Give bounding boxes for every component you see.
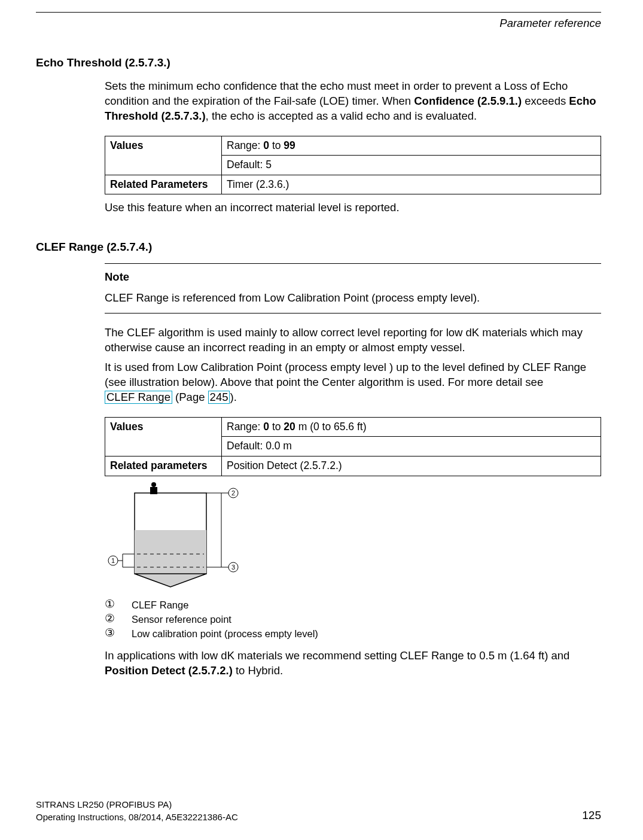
note-block: Note CLEF Range is referenced from Low C… — [105, 263, 601, 314]
legend-row-3: ③Low calibration point (process empty le… — [105, 627, 601, 640]
table-row: Related parameters Position Detect (2.5.… — [105, 456, 601, 476]
text: Range: — [227, 421, 263, 433]
para-clef-usage: It is used from Low Calibration Point (p… — [105, 360, 601, 405]
link-page-245[interactable]: 245 — [208, 391, 230, 404]
para-echo-threshold-desc: Sets the minimum echo confidence that th… — [105, 79, 601, 124]
svg-point-6 — [151, 482, 156, 487]
ref-confidence: Confidence (2.5.9.1.) — [414, 95, 522, 107]
top-rule — [36, 12, 601, 13]
table-clef-range: Values Range: 0 to 20 m (0 to 65.6 ft) D… — [105, 417, 601, 476]
legend-row-2: ②Sensor reference point — [105, 613, 601, 626]
link-clef-range[interactable]: CLEF Range — [105, 391, 172, 404]
ref-position-detect: Position Detect (2.5.7.2.) — [105, 664, 233, 677]
para-clef-desc: The CLEF algorithm is used mainly to all… — [105, 325, 601, 355]
legend-text-2: Sensor reference point — [132, 614, 231, 625]
svg-marker-2 — [135, 574, 206, 587]
table-row: Related Parameters Timer (2.3.6.) — [105, 175, 601, 194]
page-number: 125 — [582, 808, 601, 823]
clef-diagram: 1 2 3 — [105, 482, 601, 590]
cell-related-value: Position Detect (2.5.7.2.) — [222, 456, 601, 476]
cell-range: Range: 0 to 99 — [222, 136, 601, 156]
svg-text:3: 3 — [231, 564, 235, 571]
text: ). — [230, 391, 236, 403]
table-echo-threshold: Values Range: 0 to 99 Default: 5 Related… — [105, 136, 601, 195]
text: It is used from Low Calibration Point (p… — [105, 361, 586, 388]
footer-line1: SITRANS LR250 (PROFIBUS PA) — [36, 798, 601, 811]
text: to — [269, 421, 284, 433]
text: 0 — [263, 139, 269, 151]
table-row: Values Range: 0 to 20 m (0 to 65.6 ft) — [105, 417, 601, 437]
legend-num-2: ② — [105, 613, 132, 624]
cell-related-label: Related Parameters — [105, 175, 222, 194]
text: 20 — [284, 421, 295, 433]
cell-related-value: Timer (2.3.6.) — [222, 175, 601, 194]
text: to — [269, 139, 284, 151]
svg-text:2: 2 — [231, 489, 235, 497]
text: 99 — [284, 139, 295, 151]
text: to Hybrid. — [233, 664, 283, 677]
legend-text-1: CLEF Range — [132, 599, 188, 610]
page-footer: SITRANS LR250 (PROFIBUS PA) Operating In… — [36, 798, 601, 823]
note-title: Note — [105, 270, 601, 285]
text: 0 — [263, 421, 269, 433]
table-row: Values Range: 0 to 99 — [105, 136, 601, 156]
legend-row-1: ①CLEF Range — [105, 598, 601, 611]
cell-range: Range: 0 to 20 m (0 to 65.6 ft) — [222, 417, 601, 437]
cell-related-label: Related parameters — [105, 456, 222, 476]
text: m (0 to 65.6 ft) — [295, 421, 367, 433]
cell-values-label: Values — [105, 417, 222, 456]
svg-text:1: 1 — [111, 557, 115, 564]
text: , the echo is accepted as a valid echo a… — [206, 109, 477, 122]
legend-text-3: Low calibration point (process empty lev… — [132, 628, 318, 639]
text: (Page — [172, 391, 208, 403]
header-section: Parameter reference — [36, 16, 601, 31]
svg-rect-5 — [150, 487, 157, 494]
cell-default: Default: 0.0 m — [222, 437, 601, 456]
text: In applications with low dK materials we… — [105, 649, 569, 662]
cell-values-label: Values — [105, 136, 222, 175]
footer-line2: Operating Instructions, 08/2014, A5E3222… — [36, 811, 601, 823]
note-body: CLEF Range is referenced from Low Calibr… — [105, 291, 601, 306]
heading-echo-threshold: Echo Threshold (2.5.7.3.) — [36, 55, 601, 71]
para-recommendation: In applications with low dK materials we… — [105, 649, 601, 678]
para-use-feature: Use this feature when an incorrect mater… — [105, 200, 601, 215]
diagram-svg: 1 2 3 — [105, 482, 260, 590]
text: exceeds — [522, 95, 569, 107]
heading-clef-range: CLEF Range (2.5.7.4.) — [36, 239, 601, 255]
legend-num-1: ① — [105, 598, 132, 610]
cell-default: Default: 5 — [222, 156, 601, 175]
text: Range: — [227, 139, 263, 151]
legend-num-3: ③ — [105, 627, 132, 638]
